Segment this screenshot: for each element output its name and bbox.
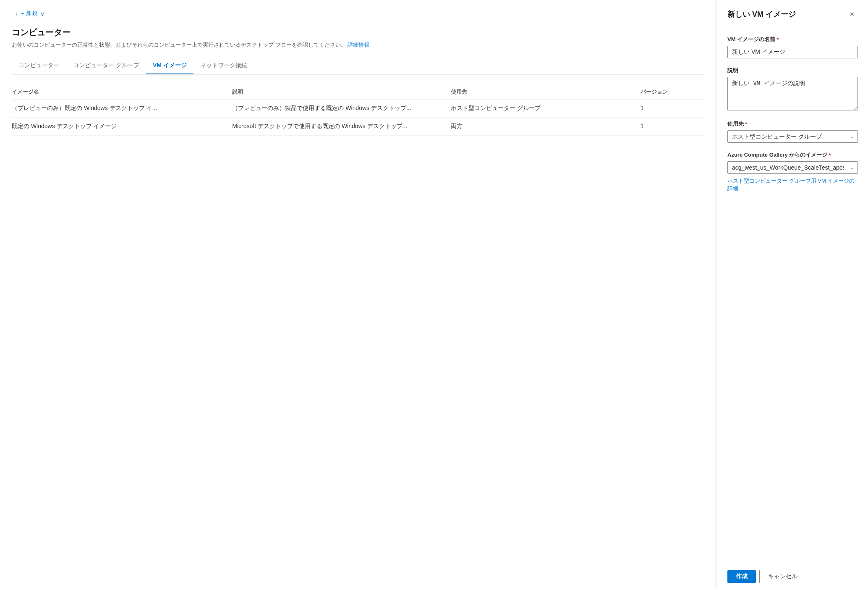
side-panel: 新しい VM イメージ × VM イメージの名前 * 説明 新しい VM イメー… <box>717 0 868 590</box>
toolbar: + + 新規 ∨ <box>12 8 705 19</box>
gallery-select[interactable]: acg_west_us_WorkQueue_ScaleTest_apos_ <box>727 161 858 174</box>
usage-required: * <box>745 121 747 127</box>
row1-version: 1 <box>641 99 705 117</box>
usage-select[interactable]: ホスト型コンピューター グループ両方 <box>727 130 858 143</box>
row1-usage: ホスト型コンピューター グループ <box>451 99 641 117</box>
page-description: お使いのコンピューターの正常性と状態、およびそれらのコンピューター上で実行されて… <box>12 41 705 49</box>
create-button[interactable]: 作成 <box>727 570 756 583</box>
vm-name-required: * <box>776 37 779 43</box>
vm-image-detail-link[interactable]: ホスト型コンピューター グループ用 VM イメージの詳細 <box>727 177 858 192</box>
table-row[interactable]: 既定の Windows デスクトップ イメージ Microsoft デスクトップ… <box>12 117 705 135</box>
main-content: + + 新規 ∨ コンピューター お使いのコンピューターの正常性と状態、およびそ… <box>0 0 717 590</box>
tab-network[interactable]: ネットワーク接続 <box>193 58 254 74</box>
usage-group: 使用先 * ホスト型コンピューター グループ両方 ⌄ <box>727 120 858 143</box>
vm-name-label: VM イメージの名前 * <box>727 36 858 43</box>
col-header-usage: 使用先 <box>451 85 641 100</box>
new-button-label: + 新規 <box>21 10 38 18</box>
tab-computer-groups[interactable]: コンピューター グループ <box>66 58 146 74</box>
page-title: コンピューター <box>12 27 705 38</box>
col-header-desc: 説明 <box>232 85 450 100</box>
close-panel-button[interactable]: × <box>846 8 858 20</box>
table-row[interactable]: （プレビューのみ）既定の Windows デスクトップ イ... （プレビューの… <box>12 99 705 117</box>
col-header-version: バージョン <box>641 85 705 100</box>
images-table: イメージ名 説明 使用先 バージョン （プレビューのみ）既定の Windows … <box>12 85 705 136</box>
row2-name: 既定の Windows デスクトップ イメージ <box>12 117 232 135</box>
row1-name: （プレビューのみ）既定の Windows デスクトップ イ... <box>12 99 232 117</box>
plus-icon: + <box>15 10 18 17</box>
detail-link[interactable]: 詳細情報 <box>348 42 369 48</box>
gallery-required: * <box>829 152 831 158</box>
usage-select-wrapper: ホスト型コンピューター グループ両方 ⌄ <box>727 130 858 143</box>
panel-title: 新しい VM イメージ <box>727 9 796 19</box>
usage-label: 使用先 * <box>727 120 858 128</box>
gallery-select-wrapper: acg_west_us_WorkQueue_ScaleTest_apos_ ⌄ <box>727 161 858 174</box>
row1-desc: （プレビューのみ）製品で使用する既定の Windows デスクトップ... <box>232 99 450 117</box>
tabs-bar: コンピューター コンピューター グループ VM イメージ ネットワーク接続 <box>12 58 705 75</box>
row2-usage: 両方 <box>451 117 641 135</box>
tab-vm-images[interactable]: VM イメージ <box>146 58 193 74</box>
gallery-label: Azure Compute Gallery からのイメージ * <box>727 151 858 159</box>
new-chevron-icon: ∨ <box>40 10 44 17</box>
vm-name-group: VM イメージの名前 * <box>727 36 858 58</box>
vm-name-input[interactable] <box>727 46 858 58</box>
description-group: 説明 新しい VM イメージの説明 <box>727 67 858 112</box>
gallery-group: Azure Compute Gallery からのイメージ * acg_west… <box>727 151 858 192</box>
cancel-button[interactable]: キャンセル <box>759 570 806 583</box>
description-label: 説明 <box>727 67 858 74</box>
col-header-name: イメージ名 <box>12 85 232 100</box>
description-textarea[interactable]: 新しい VM イメージの説明 <box>727 77 858 110</box>
panel-body: VM イメージの名前 * 説明 新しい VM イメージの説明 使用先 * ホスト… <box>717 27 868 563</box>
panel-header: 新しい VM イメージ × <box>717 0 868 27</box>
new-button[interactable]: + + 新規 ∨ <box>12 8 48 19</box>
row2-version: 1 <box>641 117 705 135</box>
tab-computers[interactable]: コンピューター <box>12 58 66 74</box>
row2-desc: Microsoft デスクトップで使用する既定の Windows デスクトップ.… <box>232 117 450 135</box>
panel-footer: 作成 キャンセル <box>717 563 868 590</box>
